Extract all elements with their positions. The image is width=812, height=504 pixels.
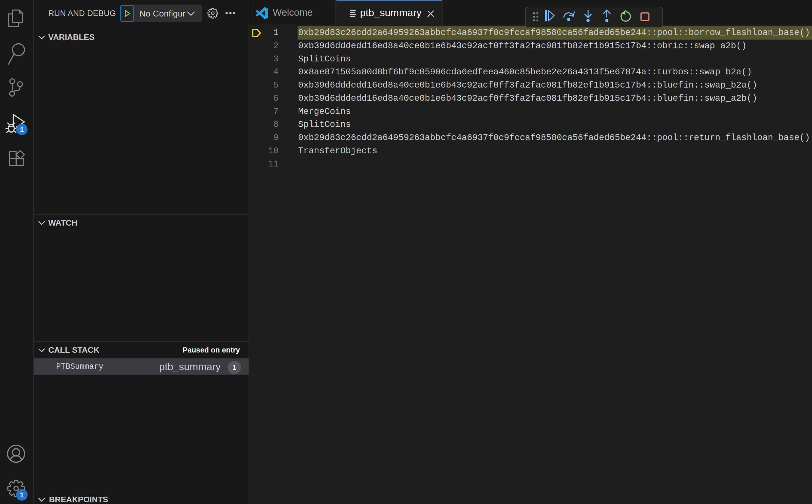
svg-text:1: 1: [20, 126, 24, 133]
svg-text:1: 1: [20, 491, 24, 499]
